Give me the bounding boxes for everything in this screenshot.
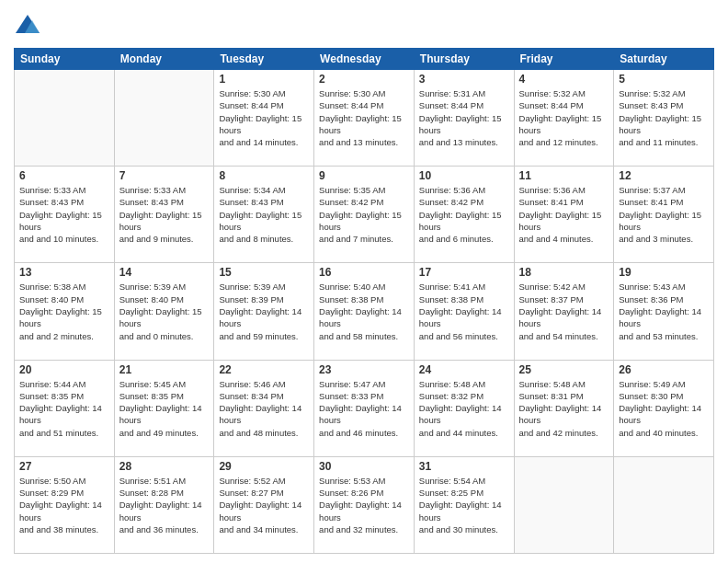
- calendar-page: SundayMondayTuesdayWednesdayThursdayFrid…: [0, 0, 728, 563]
- calendar-cell: [15, 70, 115, 167]
- day-number: 1: [219, 73, 309, 86]
- day-info: Sunrise: 5:33 AMSunset: 8:43 PMDaylight:…: [119, 184, 210, 245]
- day-number: 11: [519, 169, 609, 182]
- day-info: Sunrise: 5:43 AMSunset: 8:36 PMDaylight:…: [619, 281, 709, 341]
- day-number: 6: [19, 169, 109, 182]
- day-info: Sunrise: 5:40 AMSunset: 8:38 PMDaylight:…: [319, 281, 409, 341]
- day-number: 12: [619, 169, 709, 182]
- day-info: Sunrise: 5:46 AMSunset: 8:34 PMDaylight:…: [219, 378, 309, 439]
- day-number: 14: [119, 266, 210, 279]
- calendar-cell: 28Sunrise: 5:51 AMSunset: 8:28 PMDayligh…: [114, 456, 214, 553]
- day-number: 31: [419, 460, 509, 473]
- day-info: Sunrise: 5:42 AMSunset: 8:37 PMDaylight:…: [519, 281, 609, 341]
- day-number: 3: [419, 73, 509, 86]
- day-info: Sunrise: 5:35 AMSunset: 8:42 PMDaylight:…: [319, 184, 409, 245]
- day-info: Sunrise: 5:45 AMSunset: 8:35 PMDaylight:…: [119, 378, 210, 439]
- day-info: Sunrise: 5:39 AMSunset: 8:40 PMDaylight:…: [119, 281, 210, 341]
- day-number: 27: [19, 460, 109, 473]
- weekday-header: Tuesday: [214, 49, 314, 70]
- calendar-cell: [514, 456, 614, 553]
- day-number: 5: [619, 73, 709, 86]
- day-info: Sunrise: 5:54 AMSunset: 8:25 PMDaylight:…: [419, 475, 509, 535]
- day-info: Sunrise: 5:48 AMSunset: 8:31 PMDaylight:…: [519, 378, 609, 439]
- day-info: Sunrise: 5:30 AMSunset: 8:44 PMDaylight:…: [319, 87, 409, 148]
- day-info: Sunrise: 5:32 AMSunset: 8:43 PMDaylight:…: [619, 87, 709, 148]
- calendar-cell: 25Sunrise: 5:48 AMSunset: 8:31 PMDayligh…: [514, 360, 614, 456]
- calendar-cell: 3Sunrise: 5:31 AMSunset: 8:44 PMDaylight…: [414, 70, 514, 167]
- calendar-week: 6Sunrise: 5:33 AMSunset: 8:43 PMDaylight…: [15, 167, 714, 263]
- calendar-cell: 12Sunrise: 5:37 AMSunset: 8:41 PMDayligh…: [614, 167, 714, 263]
- calendar-table: SundayMondayTuesdayWednesdayThursdayFrid…: [14, 48, 714, 554]
- day-number: 30: [319, 460, 409, 473]
- day-number: 21: [119, 363, 210, 376]
- calendar-cell: 10Sunrise: 5:36 AMSunset: 8:42 PMDayligh…: [414, 167, 514, 263]
- calendar-cell: 14Sunrise: 5:39 AMSunset: 8:40 PMDayligh…: [114, 263, 214, 360]
- day-info: Sunrise: 5:41 AMSunset: 8:38 PMDaylight:…: [419, 281, 509, 341]
- calendar-cell: 5Sunrise: 5:32 AMSunset: 8:43 PMDaylight…: [614, 70, 714, 167]
- day-number: 13: [19, 266, 109, 279]
- day-number: 19: [619, 266, 709, 279]
- calendar-cell: 20Sunrise: 5:44 AMSunset: 8:35 PMDayligh…: [15, 360, 115, 456]
- day-number: 15: [219, 266, 309, 279]
- calendar-cell: 16Sunrise: 5:40 AMSunset: 8:38 PMDayligh…: [314, 263, 415, 360]
- calendar-cell: 19Sunrise: 5:43 AMSunset: 8:36 PMDayligh…: [614, 263, 714, 360]
- weekday-header: Thursday: [414, 49, 514, 70]
- weekday-header: Monday: [114, 49, 214, 70]
- day-info: Sunrise: 5:34 AMSunset: 8:43 PMDaylight:…: [219, 184, 309, 245]
- calendar-cell: [114, 70, 214, 167]
- day-info: Sunrise: 5:36 AMSunset: 8:42 PMDaylight:…: [419, 184, 509, 245]
- day-number: 24: [419, 363, 509, 376]
- calendar-cell: 6Sunrise: 5:33 AMSunset: 8:43 PMDaylight…: [15, 167, 115, 263]
- day-number: 18: [519, 266, 609, 279]
- calendar-cell: 29Sunrise: 5:52 AMSunset: 8:27 PMDayligh…: [214, 456, 314, 553]
- day-info: Sunrise: 5:50 AMSunset: 8:29 PMDaylight:…: [19, 475, 109, 535]
- day-info: Sunrise: 5:38 AMSunset: 8:40 PMDaylight:…: [19, 281, 109, 341]
- weekday-header: Wednesday: [314, 49, 415, 70]
- page-header: [14, 9, 714, 40]
- day-info: Sunrise: 5:47 AMSunset: 8:33 PMDaylight:…: [319, 378, 409, 439]
- day-number: 22: [219, 363, 309, 376]
- day-info: Sunrise: 5:51 AMSunset: 8:28 PMDaylight:…: [119, 475, 210, 535]
- calendar-cell: 26Sunrise: 5:49 AMSunset: 8:30 PMDayligh…: [614, 360, 714, 456]
- calendar-cell: 30Sunrise: 5:53 AMSunset: 8:26 PMDayligh…: [314, 456, 415, 553]
- calendar-cell: 27Sunrise: 5:50 AMSunset: 8:29 PMDayligh…: [15, 456, 115, 553]
- day-number: 29: [219, 460, 309, 473]
- weekday-header: Saturday: [614, 49, 714, 70]
- day-info: Sunrise: 5:52 AMSunset: 8:27 PMDaylight:…: [219, 475, 309, 535]
- day-number: 16: [319, 266, 409, 279]
- calendar-cell: 7Sunrise: 5:33 AMSunset: 8:43 PMDaylight…: [114, 167, 214, 263]
- logo: [14, 13, 45, 40]
- day-number: 7: [119, 169, 210, 182]
- day-number: 10: [419, 169, 509, 182]
- calendar-cell: 24Sunrise: 5:48 AMSunset: 8:32 PMDayligh…: [414, 360, 514, 456]
- calendar-cell: 21Sunrise: 5:45 AMSunset: 8:35 PMDayligh…: [114, 360, 214, 456]
- day-info: Sunrise: 5:30 AMSunset: 8:44 PMDaylight:…: [219, 87, 309, 148]
- day-info: Sunrise: 5:36 AMSunset: 8:41 PMDaylight:…: [519, 184, 609, 245]
- calendar-cell: 17Sunrise: 5:41 AMSunset: 8:38 PMDayligh…: [414, 263, 514, 360]
- day-info: Sunrise: 5:31 AMSunset: 8:44 PMDaylight:…: [419, 87, 509, 148]
- day-number: 23: [319, 363, 409, 376]
- day-info: Sunrise: 5:33 AMSunset: 8:43 PMDaylight:…: [19, 184, 109, 245]
- calendar-cell: 31Sunrise: 5:54 AMSunset: 8:25 PMDayligh…: [414, 456, 514, 553]
- day-number: 2: [319, 73, 409, 86]
- calendar-cell: 18Sunrise: 5:42 AMSunset: 8:37 PMDayligh…: [514, 263, 614, 360]
- day-number: 28: [119, 460, 210, 473]
- calendar-cell: 8Sunrise: 5:34 AMSunset: 8:43 PMDaylight…: [214, 167, 314, 263]
- calendar-week: 1Sunrise: 5:30 AMSunset: 8:44 PMDaylight…: [15, 70, 714, 167]
- calendar-cell: 22Sunrise: 5:46 AMSunset: 8:34 PMDayligh…: [214, 360, 314, 456]
- day-info: Sunrise: 5:39 AMSunset: 8:39 PMDaylight:…: [219, 281, 309, 341]
- day-info: Sunrise: 5:49 AMSunset: 8:30 PMDaylight:…: [619, 378, 709, 439]
- day-number: 26: [619, 363, 709, 376]
- day-info: Sunrise: 5:32 AMSunset: 8:44 PMDaylight:…: [519, 87, 609, 148]
- day-info: Sunrise: 5:53 AMSunset: 8:26 PMDaylight:…: [319, 475, 409, 535]
- calendar-cell: 1Sunrise: 5:30 AMSunset: 8:44 PMDaylight…: [214, 70, 314, 167]
- calendar-week: 13Sunrise: 5:38 AMSunset: 8:40 PMDayligh…: [15, 263, 714, 360]
- calendar-cell: 11Sunrise: 5:36 AMSunset: 8:41 PMDayligh…: [514, 167, 614, 263]
- calendar-cell: [614, 456, 714, 553]
- day-number: 9: [319, 169, 409, 182]
- day-number: 8: [219, 169, 309, 182]
- day-number: 17: [419, 266, 509, 279]
- day-number: 4: [519, 73, 609, 86]
- day-info: Sunrise: 5:48 AMSunset: 8:32 PMDaylight:…: [419, 378, 509, 439]
- calendar-cell: 9Sunrise: 5:35 AMSunset: 8:42 PMDaylight…: [314, 167, 415, 263]
